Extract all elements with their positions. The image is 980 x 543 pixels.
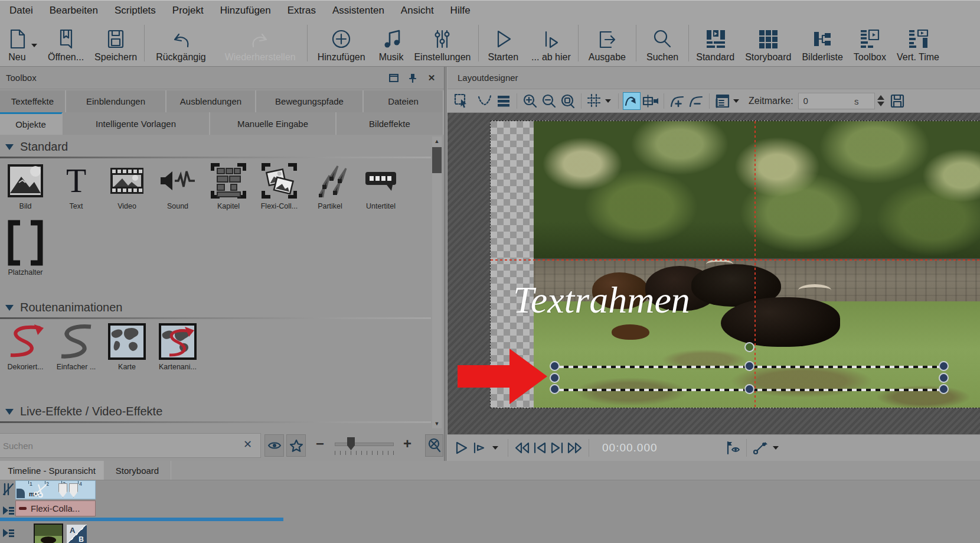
go-to-end-button[interactable] [548, 438, 566, 457]
menu-extras[interactable]: Extras [279, 1, 324, 20]
fast-forward-button[interactable] [566, 438, 584, 457]
search-button[interactable]: Suchen [638, 20, 687, 66]
zoom-fit-page-button[interactable] [559, 92, 577, 110]
undo-button[interactable]: Rückgängig [146, 20, 215, 66]
tab-ausblendungen[interactable]: Ausblendungen [166, 90, 256, 112]
close-icon[interactable]: ✕ [425, 72, 438, 84]
collapse-dash-icon[interactable] [19, 507, 27, 510]
search-input[interactable] [0, 433, 261, 458]
slide-area[interactable]: Textrahmen [490, 121, 980, 408]
zoom-fit-button[interactable] [425, 434, 443, 457]
clear-search-icon[interactable]: ✕ [243, 438, 252, 451]
play-options-caret[interactable] [492, 446, 498, 450]
resize-handle-middle-right[interactable] [939, 373, 949, 383]
preview-eye-button[interactable] [264, 434, 284, 457]
tab-intelligente-vorlagen[interactable]: Intelligente Vorlagen [63, 112, 210, 135]
zoom-out-button[interactable] [540, 92, 558, 110]
cut-scissors-icon[interactable] [32, 482, 49, 498]
tab-storyboard-bottom[interactable]: Storyboard [104, 461, 171, 480]
resize-handle-top-left[interactable] [550, 361, 560, 371]
marker-visibility-button[interactable] [724, 438, 741, 457]
object-platzhalter[interactable]: Platzhalter [0, 219, 51, 277]
zeitmarke-spinner[interactable] [877, 95, 884, 106]
route-kartenanimation[interactable]: Kartenani... [152, 322, 203, 371]
favorites-star-button[interactable] [286, 434, 306, 457]
resize-handle-bottom-center[interactable] [744, 384, 754, 394]
tab-objekte[interactable]: Objekte [0, 112, 63, 135]
transition-ab-icon[interactable]: A B [67, 525, 87, 543]
pin-icon[interactable] [406, 72, 419, 84]
marker-flag-icon[interactable] [69, 483, 78, 498]
route-karte[interactable]: Karte [102, 322, 152, 371]
path-options-caret[interactable] [773, 446, 779, 450]
curve-tool-button-active[interactable] [623, 92, 641, 110]
object-flexi-collage[interactable]: Flexi-Coll... [254, 161, 305, 210]
zeitmarke-input[interactable] [799, 93, 874, 109]
object-list-dropdown-caret[interactable] [733, 99, 739, 103]
view-standard-button[interactable]: Standard [691, 20, 740, 66]
start-from-here-button[interactable]: ... ab hier [526, 20, 576, 66]
remove-keyframe-button[interactable] [687, 92, 705, 110]
layout-canvas[interactable]: Textrahmen [447, 113, 980, 434]
object-video[interactable]: Video [102, 161, 152, 210]
open-button[interactable]: Öffnen... [43, 20, 89, 66]
tab-dateien[interactable]: Dateien [364, 90, 444, 112]
resize-handle-top-center[interactable] [744, 361, 754, 371]
go-to-start-button[interactable] [531, 438, 548, 457]
scroll-down-icon[interactable]: ▼ [432, 419, 442, 428]
view-storyboard-button[interactable]: Storyboard [740, 20, 796, 66]
toolbox-scrollbar[interactable]: ▲ ▼ [432, 136, 442, 428]
view-toolbox-button[interactable]: Toolbox [848, 20, 891, 66]
add-keyframe-button[interactable] [668, 92, 686, 110]
grid-dropdown-caret[interactable] [605, 99, 611, 103]
new-button[interactable]: Neu [1, 20, 43, 66]
spinner-down-icon[interactable] [877, 102, 884, 106]
path-points-tool-button[interactable] [476, 92, 494, 110]
route-einfacher[interactable]: Einfacher ... [51, 322, 102, 371]
section-standard-header[interactable]: Standard [0, 140, 431, 154]
view-bilderliste-button[interactable]: Bilderliste [796, 20, 848, 66]
slider-handle[interactable] [347, 437, 355, 450]
tab-einblendungen[interactable]: Einblendungen [66, 90, 166, 112]
scrollbar-thumb[interactable] [432, 147, 442, 173]
grid-button[interactable] [586, 92, 603, 110]
track-ratio-icon[interactable] [1, 482, 15, 497]
menu-projekt[interactable]: Projekt [164, 1, 212, 20]
output-button[interactable]: Ausgabe [580, 20, 634, 66]
add-button[interactable]: Hinzufügen [309, 20, 374, 66]
redo-button[interactable]: Wiederherstellen [215, 20, 305, 66]
scroll-up-icon[interactable]: ▲ [432, 136, 442, 146]
object-bild[interactable]: Bild [0, 161, 51, 210]
zoom-out-minus[interactable]: − [316, 435, 324, 452]
rotate-handle[interactable] [744, 342, 754, 352]
text-object-textrahmen[interactable]: Textrahmen [513, 278, 690, 322]
menu-assistenten[interactable]: Assistenten [324, 1, 393, 20]
view-vertical-timeline-button[interactable]: Vert. Time [891, 20, 945, 66]
track-expand-icon-flexi[interactable] [1, 503, 15, 518]
layers-tool-button[interactable] [495, 92, 512, 110]
music-button[interactable]: Musik [374, 20, 409, 66]
object-sound[interactable]: Sound [152, 161, 203, 210]
save-button[interactable]: Speichern [89, 20, 142, 66]
start-button[interactable]: Starten [481, 20, 527, 66]
preview-play-from-here-button[interactable] [470, 438, 488, 457]
new-dropdown-caret[interactable] [31, 44, 37, 47]
section-live-effekte-header[interactable]: Live-Effekte / Video-Effekte [0, 405, 431, 418]
object-untertitel[interactable]: Untertitel [355, 161, 406, 210]
rewind-button[interactable] [513, 438, 531, 457]
menu-scriptlets[interactable]: Scriptlets [106, 1, 164, 20]
preview-play-button[interactable] [452, 438, 470, 457]
select-tool-button[interactable] [453, 92, 471, 110]
menu-hilfe[interactable]: Hilfe [442, 1, 479, 20]
resize-handle-middle-left[interactable] [550, 373, 560, 383]
marker-flag-icon[interactable] [58, 483, 67, 498]
track-object-image-thumbnail[interactable] [34, 524, 63, 543]
thumbnail-size-slider[interactable] [335, 443, 394, 446]
camera-pan-button[interactable] [642, 92, 659, 110]
motion-path-options-button[interactable] [752, 438, 769, 457]
menu-ansicht[interactable]: Ansicht [393, 1, 442, 20]
tab-timeline-spuransicht[interactable]: Timeline - Spuransicht [0, 461, 104, 480]
menu-bearbeiten[interactable]: Bearbeiten [41, 1, 106, 20]
object-text[interactable]: T Text [51, 161, 102, 210]
object-list-button[interactable] [714, 92, 731, 110]
